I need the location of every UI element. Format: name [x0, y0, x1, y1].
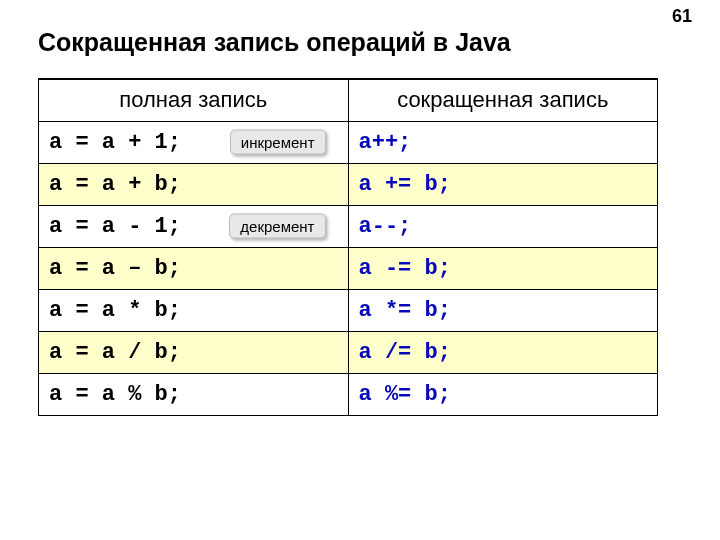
cell-full: a = a + 1;инкремент — [39, 121, 349, 163]
cell-short: a++; — [348, 121, 658, 163]
full-expression: a = a * b; — [49, 298, 181, 323]
full-expression: a = a / b; — [49, 340, 181, 365]
cell-full: a = a + b; — [39, 163, 349, 205]
cell-short: a -= b; — [348, 247, 658, 289]
full-expression: a = a + 1; — [49, 130, 181, 155]
table-row: a = a + b;a += b; — [39, 163, 658, 205]
table-row: a = a * b;a *= b; — [39, 289, 658, 331]
cell-short: a /= b; — [348, 331, 658, 373]
annotation-badge: инкремент — [230, 130, 326, 155]
operations-table-wrapper: полная запись сокращенная запись a = a +… — [38, 78, 658, 416]
annotation-badge: декремент — [229, 214, 325, 239]
full-expression: a = a % b; — [49, 382, 181, 407]
cell-full: a = a - 1;декремент — [39, 205, 349, 247]
page-number: 61 — [672, 6, 692, 27]
operations-table: полная запись сокращенная запись a = a +… — [38, 78, 658, 416]
table-row: a = a – b;a -= b; — [39, 247, 658, 289]
full-expression: a = a + b; — [49, 172, 181, 197]
table-row: a = a + 1;инкрементa++; — [39, 121, 658, 163]
cell-full: a = a – b; — [39, 247, 349, 289]
cell-short: a--; — [348, 205, 658, 247]
cell-full: a = a / b; — [39, 331, 349, 373]
header-short: сокращенная запись — [348, 79, 658, 121]
cell-full: a = a % b; — [39, 373, 349, 415]
cell-short: a %= b; — [348, 373, 658, 415]
table-row: a = a / b;a /= b; — [39, 331, 658, 373]
table-row: a = a % b;a %= b; — [39, 373, 658, 415]
full-expression: a = a – b; — [49, 256, 181, 281]
full-expression: a = a - 1; — [49, 214, 181, 239]
cell-short: a += b; — [348, 163, 658, 205]
table-header-row: полная запись сокращенная запись — [39, 79, 658, 121]
header-full: полная запись — [39, 79, 349, 121]
slide-title: Сокращенная запись операций в Java — [38, 28, 511, 57]
cell-full: a = a * b; — [39, 289, 349, 331]
cell-short: a *= b; — [348, 289, 658, 331]
table-row: a = a - 1;декрементa--; — [39, 205, 658, 247]
